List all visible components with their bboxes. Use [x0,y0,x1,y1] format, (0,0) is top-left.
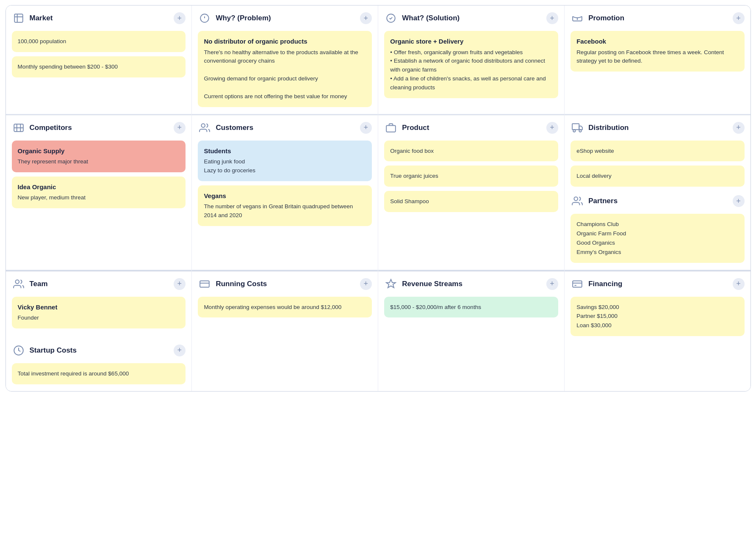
why-column: Why? (Problem) + No distributor of organ… [192,6,377,114]
running-icon [198,277,211,291]
financing-column: Financing + Savings $20,000 Partner $15,… [565,270,750,391]
team-icon [12,277,25,291]
what-card-1: Organic store + Delivery • Offer fresh, … [384,31,558,98]
team-card-1-title: Vicky Bennet [18,303,180,312]
prod-card-2: True organic juices [384,166,558,187]
competitors-add-button[interactable]: + [174,122,186,134]
market-column: Market + 100,000 population Monthly spen… [6,6,191,114]
distribution-partners-column: Distribution + eShop website Local deliv… [565,115,750,270]
cust-card-1: Students Eating junk food Lazy to do gro… [198,141,371,181]
competitors-icon [12,121,25,135]
partners-card-1: Champions Club Organic Farm Food Good Or… [570,214,744,263]
distribution-icon [570,121,584,135]
cust-card-2: Vegans The number of vegans in Great Bri… [198,185,371,226]
startup-title: Startup Costs [30,346,77,355]
revenue-header: Revenue Streams + [384,277,558,291]
distribution-add-button[interactable]: + [733,122,745,134]
customers-icon [198,121,211,135]
market-add-button[interactable]: + [174,12,186,24]
prod-card-2-body: True organic juices [390,173,438,179]
promotion-column: Promotion + Facebook Regular posting on … [565,6,750,114]
product-header: Product + [384,121,558,135]
cust-card-1-title: Students [204,146,366,156]
competitors-header: Competitors + [12,121,186,135]
svg-rect-0 [14,14,23,22]
distribution-title: Distribution [588,124,629,132]
product-icon [384,121,398,135]
prod-card-1: Organic food box [384,141,558,162]
dist-card-2: Local delivery [570,166,744,187]
promotion-icon [570,11,584,25]
financing-add-button[interactable]: + [733,278,745,290]
running-header: Running Costs + [198,277,371,291]
product-add-button[interactable]: + [546,122,558,134]
team-title: Team [30,280,48,288]
comp-card-1: Organic Supply They represent major thre… [12,141,186,172]
dist-card-2-body: Local delivery [576,173,612,179]
business-canvas-board: Market + 100,000 population Monthly spen… [6,5,751,392]
what-title: What? (Solution) [402,14,460,22]
partners-icon [570,194,584,208]
promotion-title: Promotion [588,14,624,22]
financing-card-1: Savings $20,000 Partner $15,000 Loan $30… [570,297,744,337]
financing-header: Financing + [570,277,744,291]
market-card-1-body: 100,000 population [18,38,66,44]
promo-card-1-body: Regular posting on Facebook three times … [576,48,738,66]
revenue-add-button[interactable]: + [546,278,558,290]
svg-point-7 [573,130,575,132]
svg-rect-6 [572,124,579,130]
startup-icon [12,344,25,357]
cust-card-2-body: The number of vegans in Great Britain qu… [204,202,366,220]
why-header: Why? (Problem) + [198,11,371,25]
customers-title: Customers [216,124,253,132]
svg-point-8 [579,130,581,132]
customers-add-button[interactable]: + [360,122,372,134]
startup-column: Team + Vicky Bennet Founder [6,270,191,391]
team-add-button[interactable]: + [174,278,186,290]
promotion-header: Promotion + [570,11,744,25]
revenue-title: Revenue Streams [402,280,462,288]
svg-rect-12 [573,281,582,287]
customers-column: Customers + Students Eating junk food La… [192,115,377,270]
market-icon [12,11,25,25]
comp-card-2-body: New player, medium threat [18,193,180,202]
what-column: What? (Solution) + Organic store + Deliv… [378,6,564,114]
partners-header: Partners + [570,194,744,208]
what-add-button[interactable]: + [546,12,558,24]
prod-card-3: Solid Shampoo [384,191,558,212]
svg-point-4 [202,124,205,127]
team-header: Team + [12,277,186,291]
financing-card-1-body: Savings $20,000 Partner $15,000 Loan $30… [576,304,619,329]
why-add-button[interactable]: + [360,12,372,24]
market-title: Market [30,14,53,22]
svg-point-9 [574,197,578,201]
comp-card-2: Idea Organic New player, medium threat [12,177,186,208]
dist-card-1-body: eShop website [576,148,614,154]
dist-card-1: eShop website [570,141,744,162]
why-card-1: No distributor of organic products There… [198,31,371,107]
startup-card-1: Total investment required is around $65,… [12,363,186,384]
competitors-title: Competitors [30,124,72,132]
revenue-card-1: $15,000 - $20,000/m after 6 months [384,297,558,318]
prod-card-1-body: Organic food box [390,148,434,154]
what-header: What? (Solution) + [384,11,558,25]
distribution-header: Distribution + [570,121,744,135]
promotion-add-button[interactable]: + [733,12,745,24]
competitors-column: Competitors + Organic Supply They repres… [6,115,191,270]
cust-card-2-title: Vegans [204,191,366,201]
market-header: Market + [12,11,186,25]
partners-add-button[interactable]: + [733,195,745,207]
what-card-1-title: Organic store + Delivery [390,37,552,47]
prod-card-3-body: Solid Shampoo [390,198,429,204]
market-card-2-body: Monthly spending between $200 - $300 [18,63,118,70]
why-card-1-title: No distributor of organic products [204,37,366,47]
revenue-card-1-body: $15,000 - $20,000/m after 6 months [390,304,481,310]
revenue-column: Revenue Streams + $15,000 - $20,000/m af… [378,270,564,391]
running-card-1-body: Monthly operating expenses would be arou… [204,304,341,310]
startup-add-button[interactable]: + [174,345,186,356]
solution-icon [384,11,398,25]
customers-header: Customers + [198,121,371,135]
running-add-button[interactable]: + [360,278,372,290]
comp-card-2-title: Idea Organic [18,182,180,192]
revenue-icon [384,277,398,291]
